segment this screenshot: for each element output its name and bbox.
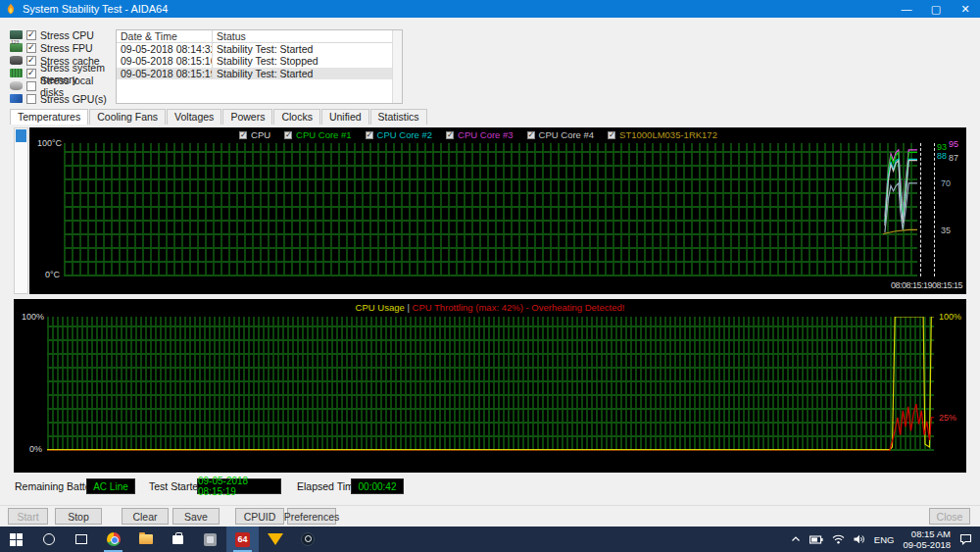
legend-label: CPU Core #2 <box>377 129 433 140</box>
cpu-usage-title: CPU Usage <box>356 302 405 313</box>
column-header-status[interactable]: Status <box>213 30 402 42</box>
legend-item-core4[interactable]: CPU Core #4 <box>527 129 595 140</box>
windows-logo-icon <box>10 533 23 546</box>
tab-unified[interactable]: Unified <box>321 109 369 125</box>
store-button[interactable] <box>162 527 194 552</box>
legend-checkbox-icon[interactable] <box>239 131 247 139</box>
stress-memory-checkbox[interactable] <box>26 69 36 78</box>
log-datetime: 09-05-2018 08:15:16 <box>117 55 213 68</box>
clock[interactable]: 08:15 AM 09-05-2018 <box>903 528 951 550</box>
table-row-selected[interactable]: 09-05-2018 08:15:19 Stability Test: Star… <box>117 68 402 80</box>
legend-checkbox-icon[interactable] <box>366 131 373 139</box>
start-button[interactable]: Start <box>8 508 48 525</box>
log-status: Stability Test: Stopped <box>213 55 402 68</box>
close-icon[interactable]: ✕ <box>951 0 980 18</box>
legend-item-hdd[interactable]: ST1000LM035-1RK172 <box>608 129 717 140</box>
scrollbar-thumb[interactable] <box>16 129 26 142</box>
legend-item-core3[interactable]: CPU Core #3 <box>446 129 514 140</box>
legend-label: CPU Core #1 <box>296 129 352 140</box>
temperature-chart: CPU CPU Core #1 CPU Core #2 CPU Core #3 … <box>29 127 966 294</box>
throttling-warning: CPU Throttling (max: 42%) - Overheating … <box>413 302 625 313</box>
triangle-app-button[interactable] <box>259 527 291 552</box>
tab-cooling-fans[interactable]: Cooling Fans <box>89 109 166 125</box>
steam-button[interactable] <box>291 527 323 552</box>
stress-cache-checkbox[interactable] <box>26 56 36 66</box>
tab-voltages[interactable]: Voltages <box>167 109 221 125</box>
legend-item-cpu[interactable]: CPU <box>239 129 270 140</box>
language-indicator[interactable]: ENG <box>874 534 895 545</box>
maximize-icon[interactable]: ▢ <box>921 0 951 18</box>
stress-fpu-checkbox[interactable] <box>26 43 36 53</box>
aida64-button[interactable]: 64 <box>226 527 259 552</box>
tab-clocks[interactable]: Clocks <box>273 109 320 125</box>
memory-icon <box>10 69 23 77</box>
stress-option-cpu[interactable]: Stress CPU <box>10 28 116 41</box>
table-row[interactable]: 09-05-2018 08:14:32 Stability Test: Star… <box>117 43 402 56</box>
legend-checkbox-icon[interactable] <box>527 131 535 139</box>
legend-checkbox-icon[interactable] <box>608 131 615 139</box>
battery-icon[interactable] <box>809 535 823 544</box>
log-datetime: 09-05-2018 08:15:19 <box>117 68 213 80</box>
app-icon <box>204 533 217 546</box>
usage-100-label: 100% <box>939 312 961 322</box>
preferences-button[interactable]: Preferences <box>287 508 336 525</box>
legend-item-core1[interactable]: CPU Core #1 <box>284 129 352 140</box>
stress-option-fpu[interactable]: Stress FPU <box>10 41 116 54</box>
value-label-core3: 95 <box>949 139 958 149</box>
log-status: Stability Test: Started <box>213 43 402 56</box>
disk-icon <box>10 81 23 90</box>
usage-series <box>47 317 934 451</box>
speaker-icon[interactable] <box>854 534 865 544</box>
event-log-table: Date & Time Status 09-05-2018 08:14:32 S… <box>116 29 403 104</box>
y-axis-max-label: 100% <box>22 312 44 322</box>
tab-powers[interactable]: Powers <box>222 109 272 125</box>
wifi-icon[interactable] <box>832 534 845 544</box>
stress-option-gpu[interactable]: Stress GPU(s) <box>10 92 116 105</box>
start-button-taskbar[interactable] <box>0 527 32 552</box>
aida64-flame-icon <box>5 3 17 15</box>
stress-option-disks[interactable]: Stress local disks <box>10 79 116 92</box>
status-row: Remaining Battery: AC Line Test Started:… <box>0 478 980 496</box>
minimize-icon[interactable]: — <box>892 0 921 18</box>
chart-vertical-scrollbar[interactable] <box>14 127 28 294</box>
file-explorer-button[interactable] <box>129 527 162 552</box>
legend-checkbox-icon[interactable] <box>446 131 454 139</box>
usage-chart-title: CPU Usage | CPU Throttling (max: 42%) - … <box>14 302 966 313</box>
chrome-button[interactable] <box>97 527 129 552</box>
tab-statistics[interactable]: Statistics <box>370 109 427 125</box>
folder-icon <box>139 534 153 544</box>
close-button[interactable]: Close <box>929 508 970 525</box>
clear-button[interactable]: Clear <box>122 508 169 525</box>
cpuid-button[interactable]: CPUID <box>235 508 284 525</box>
y-axis-min-label: 0% <box>29 444 42 454</box>
task-view-button[interactable] <box>65 527 97 552</box>
temperature-plot-area <box>64 143 917 276</box>
stop-button[interactable]: Stop <box>55 508 102 525</box>
table-scrollbar[interactable] <box>392 30 402 103</box>
action-center-icon[interactable] <box>959 533 972 545</box>
event-marker-line <box>934 143 935 276</box>
column-header-datetime[interactable]: Date & Time <box>117 30 213 42</box>
taskbar: 64 ENG 08:15 AM 09-05-2018 <box>0 527 980 552</box>
cpu-icon <box>10 30 23 39</box>
value-label-cpu: 70 <box>941 178 951 188</box>
cortana-button[interactable] <box>32 527 65 552</box>
log-datetime: 09-05-2018 08:14:32 <box>117 43 213 56</box>
app-button[interactable] <box>194 527 226 552</box>
legend-label: CPU Core #4 <box>539 129 595 140</box>
battery-value: AC Line <box>86 478 135 494</box>
stress-gpu-checkbox[interactable] <box>26 94 36 104</box>
tray-expand-chevron-icon[interactable] <box>791 535 801 543</box>
tab-temperatures[interactable]: Temperatures <box>10 109 88 125</box>
stress-cpu-checkbox[interactable] <box>26 30 36 40</box>
fpu-icon <box>10 43 23 52</box>
table-row[interactable]: 09-05-2018 08:15:16 Stability Test: Stop… <box>117 55 402 68</box>
y-axis-min-label: 0°C <box>45 270 60 279</box>
chrome-icon <box>107 532 121 546</box>
legend-label: CPU <box>251 129 270 140</box>
legend-item-core2[interactable]: CPU Core #2 <box>366 129 433 140</box>
stress-disks-checkbox[interactable] <box>26 81 36 91</box>
legend-checkbox-icon[interactable] <box>284 131 292 139</box>
save-button[interactable]: Save <box>172 508 220 525</box>
gpu-icon <box>10 94 23 103</box>
